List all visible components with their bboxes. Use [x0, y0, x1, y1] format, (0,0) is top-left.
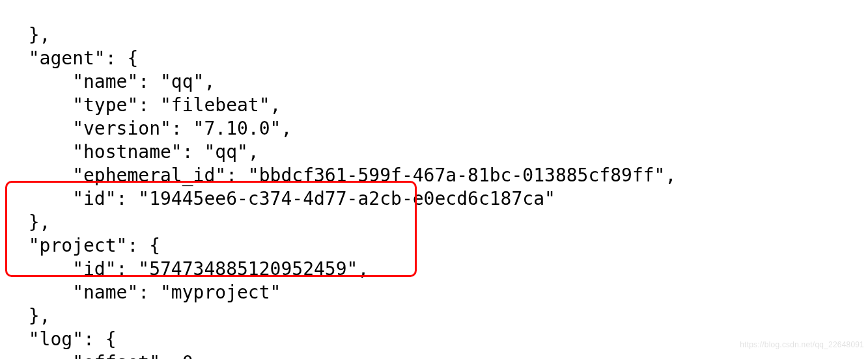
watermark-text: https://blog.csdn.net/qq_22648091 [740, 333, 864, 356]
code-line: "offset": 0, [7, 352, 204, 359]
code-line: "version": "7.10.0", [7, 118, 292, 139]
code-line: "ephemeral_id": "bbdcf361-599f-467a-81bc… [7, 165, 676, 186]
code-line: }, [7, 305, 50, 326]
code-line: "id": "574734885120952459", [7, 258, 369, 280]
json-code-block: }, "agent": { "name": "qq", "type": "fil… [0, 0, 868, 359]
code-line: "type": "filebeat", [7, 94, 281, 116]
code-line: "agent": { [7, 47, 138, 69]
code-line: "project": { [7, 235, 160, 256]
code-line: "log": { [7, 328, 117, 350]
code-line: "name": "qq", [7, 71, 215, 92]
code-line: "id": "19445ee6-c374-4d77-a2cb-e0ecd6c18… [7, 188, 555, 209]
code-line: "name": "myproject" [7, 282, 281, 303]
code-line: "hostname": "qq", [7, 141, 259, 163]
code-line: }, [7, 211, 50, 233]
code-line: }, [7, 24, 50, 46]
